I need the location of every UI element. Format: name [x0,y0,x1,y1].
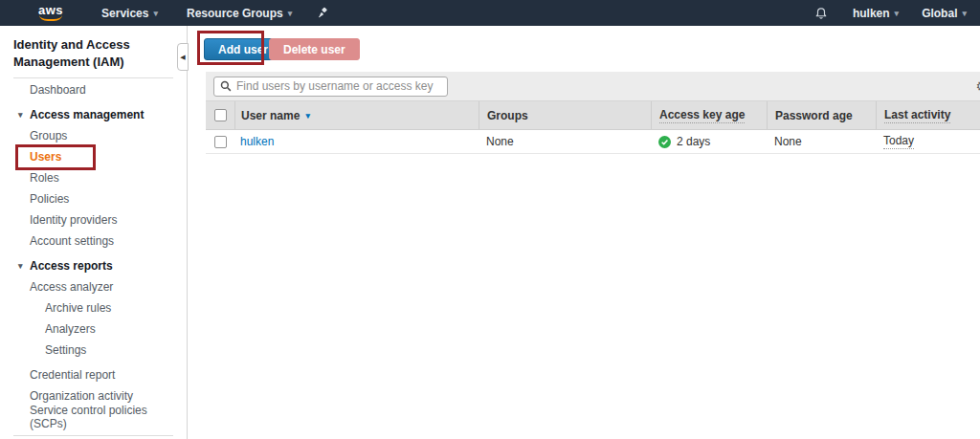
users-table-panel: ⚙ User name ▾ Groups Access key age Pass… [206,72,980,154]
region-label: Global [922,7,957,20]
sort-caret-icon: ▾ [305,111,310,121]
sidebar-item-groups[interactable]: Groups [0,125,187,146]
sidebar-item-roles[interactable]: Roles [0,167,187,188]
sidebar-item-settings[interactable]: Settings [0,340,187,361]
search-icon [220,80,232,92]
sidebar-item-dashboard[interactable]: Dashboard [0,79,187,100]
table-toolbar: ⚙ [206,72,980,101]
sidebar-item-archive-rules[interactable]: Archive rules [0,297,187,318]
sidebar-nav: Dashboard ▾ Access management Groups Use… [0,79,187,428]
cell-access-key-age: 2 days [651,130,767,153]
sidebar-item-identity-providers[interactable]: Identity providers [0,209,187,230]
column-header-access-key-age[interactable]: Access key age [651,101,767,129]
sidebar-item-users[interactable]: Users [0,146,187,167]
cell-user-name: hulken [234,130,479,153]
divider [13,77,173,78]
column-header-groups[interactable]: Groups [479,101,651,129]
cell-last-activity: Today [876,130,980,153]
sidebar-item-access-analyzer[interactable]: Access analyzer [0,276,187,297]
table-header: User name ▾ Groups Access key age Passwo… [206,101,980,130]
account-username: hulken [853,7,890,20]
sidebar-title: Identity and Access Management (IAM) [13,36,173,70]
cell-password-age: None [767,130,876,153]
services-label: Services [101,7,148,20]
divider [13,435,173,436]
column-header-user-name[interactable]: User name ▾ [234,101,479,129]
chevron-down-icon: ▾ [288,9,293,18]
sidebar-item-policies[interactable]: Policies [0,188,187,209]
topbar: aws Services ▾ Resource Groups ▾ hulken … [0,0,980,26]
gear-icon[interactable]: ⚙ [975,78,980,94]
chevron-down-icon: ▾ [153,9,158,18]
caret-down-icon: ▾ [18,261,25,271]
sidebar-item-analyzers[interactable]: Analyzers [0,318,187,340]
row-select-cell [206,130,234,153]
table-row: hulken None 2 days None Today [206,130,980,154]
user-search [213,77,448,97]
row-checkbox[interactable] [214,136,227,148]
success-check-icon [658,136,671,148]
sidebar-item-account-settings[interactable]: Account settings [0,230,187,252]
region-selector[interactable]: Global ▾ [922,7,967,20]
services-menu[interactable]: Services ▾ [101,7,158,20]
select-all-cell [206,101,234,129]
cell-groups: None [479,130,651,153]
aws-logo[interactable]: aws [38,5,63,21]
sidebar-item-scps[interactable]: Service control policies (SCPs) [0,406,187,428]
pushpin-icon[interactable] [317,7,329,19]
account-menu[interactable]: hulken ▾ [853,7,899,20]
sidebar-section-access-reports[interactable]: ▾ Access reports [0,255,187,276]
caret-down-icon: ▾ [18,110,25,120]
iam-sidebar: Identity and Access Management (IAM) Das… [0,26,188,439]
chevron-down-icon: ▾ [962,9,967,18]
select-all-checkbox[interactable] [214,109,227,121]
sidebar-item-credential-report[interactable]: Credential report [0,364,187,385]
delete-user-button[interactable]: Delete user [269,38,360,60]
aws-smile-icon [39,15,62,21]
column-header-last-activity[interactable]: Last activity [876,101,980,129]
search-input[interactable] [236,79,441,93]
sidebar-collapse-toggle[interactable]: ◀ [177,43,189,71]
resource-groups-menu[interactable]: Resource Groups ▾ [187,7,292,20]
pushpin-icon [317,7,329,19]
chevron-down-icon: ▾ [895,9,900,18]
collapse-left-icon: ◀ [180,54,185,61]
column-header-password-age[interactable]: Password age [767,101,876,129]
user-link[interactable]: hulken [240,135,274,148]
sidebar-section-access-management[interactable]: ▾ Access management [0,104,187,125]
notifications-bell-icon[interactable] [814,6,828,20]
resource-groups-label: Resource Groups [187,7,283,20]
